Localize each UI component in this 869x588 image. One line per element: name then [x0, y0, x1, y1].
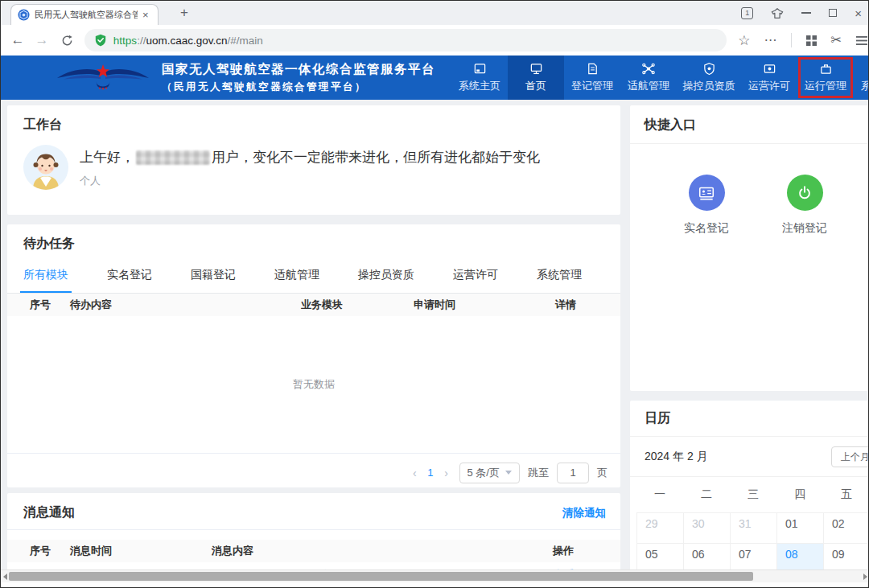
jump-to-input[interactable]	[557, 463, 589, 483]
apps-grid-icon[interactable]	[805, 35, 818, 47]
toolbar-divider	[791, 33, 792, 47]
quick-entry-real-name[interactable]: 实名登记	[678, 175, 735, 236]
back-button[interactable]: ←	[6, 32, 30, 48]
chevron-down-icon	[505, 471, 512, 475]
workbench-card: 工作台	[7, 105, 620, 215]
workbench-title: 工作台	[23, 117, 604, 134]
url-path: /#/main	[227, 35, 262, 47]
weekday-mon: 一	[636, 487, 683, 502]
quick-entry-card: 快捷入口 实名登记	[630, 105, 868, 391]
greeting-suffix: 用户，变化不一定能带来进化，但所有进化都始于变化	[212, 148, 540, 167]
todo-pagination: ‹ 1 › 5 条/页 跳至 页	[7, 454, 620, 491]
maximize-button[interactable]	[829, 9, 837, 17]
window-bottom-strip	[1, 582, 868, 588]
nav-label: 适航管理	[628, 79, 669, 93]
calendar-day[interactable]: 29	[636, 512, 683, 543]
page-prev-icon[interactable]: ‹	[410, 467, 419, 479]
nav-item-airworthiness[interactable]: 适航管理	[620, 56, 677, 100]
page-size-select[interactable]: 5 条/页	[459, 463, 520, 483]
greeting-prefix: 上午好，	[80, 148, 134, 167]
quick-entry-label: 注销登记	[782, 221, 827, 236]
quick-entry-label: 实名登记	[684, 221, 729, 236]
window-icon	[473, 62, 487, 76]
nav-label: 系统主页	[459, 79, 500, 93]
jump-to-label: 跳至	[528, 466, 549, 480]
calendar-day[interactable]: 02	[823, 512, 868, 543]
tab-count-badge[interactable]: 1	[741, 7, 753, 19]
quick-entry-title: 快捷入口	[645, 117, 696, 131]
tab-title: 民用无人驾驶航空器综合管理	[35, 9, 138, 21]
browser-tab[interactable]: 民用无人驾驶航空器综合管理 ×	[10, 4, 159, 25]
nav-label: 首页	[525, 79, 546, 93]
nav-item-operation-license[interactable]: 运营许可	[741, 56, 797, 100]
col-detail: 详情	[555, 298, 620, 312]
nav-item-system-management[interactable]: 系统管理	[854, 56, 869, 100]
weekday-wed: 三	[730, 487, 776, 502]
tab-all-modules[interactable]: 所有模块	[20, 261, 72, 293]
screenshot-scissors-icon[interactable]: ✂	[831, 34, 842, 47]
site-title-line2: （民用无人驾驶航空器综合管理平台）	[162, 80, 435, 94]
nav-item-registration[interactable]: 登记管理	[564, 56, 620, 100]
quick-entry-deregistration[interactable]: 注销登记	[776, 175, 833, 236]
browser-skin-icon[interactable]	[771, 7, 784, 19]
minimize-button[interactable]	[801, 12, 811, 14]
divider	[7, 529, 620, 530]
url-bar[interactable]: https://uom.caac.gov.cn/#/main	[84, 29, 727, 51]
bookmark-star-icon[interactable]: ☆	[738, 34, 750, 47]
redacted-username	[136, 150, 210, 165]
url-separator: ://	[137, 35, 146, 47]
window-close-button[interactable]: ×	[855, 7, 862, 19]
prev-month-button[interactable]: 上个月	[831, 446, 868, 467]
site-title-line1: 国家无人驾驶航空器一体化综合监管服务平台	[162, 61, 435, 78]
page-next-icon[interactable]: ›	[442, 467, 451, 479]
nav-item-system-home[interactable]: 系统主页	[451, 56, 508, 100]
col-index: 序号	[30, 544, 70, 558]
todo-title: 待办任务	[23, 236, 620, 253]
clear-notifications-link[interactable]: 清除通知	[562, 506, 606, 520]
new-tab-button[interactable]: +	[175, 3, 194, 23]
scrollbar-thumb[interactable]	[9, 572, 753, 581]
calendar-day[interactable]: 30	[683, 512, 730, 543]
nav-item-operation-management[interactable]: 运行管理	[797, 56, 854, 100]
scroll-right-arrow-icon[interactable]	[863, 574, 867, 580]
calendar-day[interactable]: 01	[776, 512, 823, 543]
weekday-tue: 二	[683, 487, 730, 502]
weekday-fri: 五	[823, 487, 868, 502]
greeting-text: 上午好， 用户，变化不一定能带来进化，但所有进化都始于变化	[80, 148, 540, 167]
calendar-month-label: 2024 年 2 月	[645, 450, 708, 464]
col-index: 序号	[30, 298, 70, 312]
weekday-thu: 四	[776, 487, 823, 502]
menu-hamburger-icon[interactable]	[855, 35, 868, 46]
site-title-block: 国家无人驾驶航空器一体化综合监管服务平台 （民用无人驾驶航空器综合管理平台）	[162, 61, 435, 94]
page-number[interactable]: 1	[427, 467, 433, 479]
tab-close-icon[interactable]: ×	[142, 10, 149, 20]
browser-toolbar: ← → https://uom.caac.gov.cn/#/main ☆ ⋯ ✂	[1, 25, 868, 56]
tab-real-name-registration[interactable]: 实名登记	[104, 261, 155, 293]
forward-button[interactable]: →	[30, 32, 54, 48]
nav-item-home[interactable]: 首页	[508, 56, 564, 100]
todo-tabs: 所有模块 实名登记 国籍登记 适航管理 操控员资质 运营许可 系统管理	[7, 261, 620, 294]
page-body: 工作台	[1, 100, 868, 588]
calendar-weekday-header: 一 二 三 四 五	[636, 477, 868, 512]
calendar-day[interactable]: 31	[730, 512, 776, 543]
scroll-left-arrow-icon[interactable]	[3, 574, 7, 580]
secure-shield-icon	[94, 34, 107, 47]
tab-operator-qualification[interactable]: 操控员资质	[355, 261, 418, 293]
messages-title: 消息通知	[23, 504, 75, 521]
page-size-value: 5 条/页	[467, 466, 500, 480]
tab-nationality-registration[interactable]: 国籍登记	[187, 261, 239, 293]
horizontal-scrollbar[interactable]	[1, 569, 868, 582]
tab-operation-license[interactable]: 运营许可	[450, 261, 501, 293]
monitor-icon	[529, 62, 543, 76]
nav-item-operator-qualification[interactable]: 操控员资质	[677, 56, 741, 100]
more-options-icon[interactable]: ⋯	[764, 34, 777, 47]
tab-system-management[interactable]: 系统管理	[533, 261, 585, 293]
page-unit-label: 页	[597, 466, 607, 480]
url-text: https://uom.caac.gov.cn/#/main	[113, 35, 263, 47]
user-avatar[interactable]	[23, 145, 68, 190]
shield-icon	[702, 62, 716, 76]
calendar-title: 日历	[645, 411, 670, 425]
tab-airworthiness[interactable]: 适航管理	[271, 261, 323, 293]
reload-button[interactable]	[60, 34, 74, 47]
nav-label: 登记管理	[571, 79, 613, 93]
